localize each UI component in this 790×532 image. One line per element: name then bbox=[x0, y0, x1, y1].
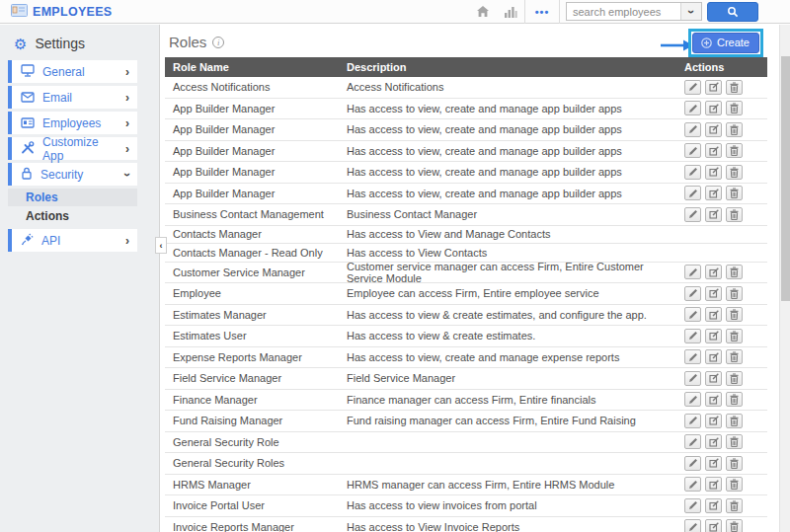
modify-role-button[interactable] bbox=[705, 456, 722, 471]
delete-role-button[interactable] bbox=[726, 186, 743, 200]
more-menu-icon[interactable]: ••• bbox=[525, 6, 559, 18]
modify-role-button[interactable] bbox=[705, 434, 722, 449]
role-name-cell: Field Service Manager bbox=[165, 372, 345, 384]
table-row: General Security Roles bbox=[165, 453, 767, 475]
modify-role-button[interactable] bbox=[705, 80, 722, 95]
edit-square-icon bbox=[709, 331, 719, 341]
edit-role-button[interactable] bbox=[684, 456, 701, 471]
edit-role-button[interactable] bbox=[684, 307, 701, 322]
trash-icon bbox=[730, 288, 739, 299]
modify-role-button[interactable] bbox=[705, 165, 722, 180]
sidebar-item-customize-app[interactable]: Customize App › bbox=[8, 137, 137, 160]
delete-role-button[interactable] bbox=[726, 329, 743, 343]
row-actions bbox=[684, 165, 767, 180]
edit-role-button[interactable] bbox=[684, 286, 701, 301]
home-icon[interactable] bbox=[469, 0, 497, 23]
sidebar-collapse-handle[interactable]: ‹ bbox=[155, 237, 167, 254]
edit-square-icon bbox=[709, 480, 719, 490]
modify-role-button[interactable] bbox=[705, 519, 722, 532]
edit-role-button[interactable] bbox=[684, 371, 701, 386]
modify-role-button[interactable] bbox=[705, 307, 722, 322]
modify-role-button[interactable] bbox=[705, 286, 722, 301]
search-scope-dropdown[interactable]: › bbox=[680, 3, 701, 20]
modify-role-button[interactable] bbox=[705, 122, 722, 137]
edit-role-button[interactable] bbox=[684, 101, 701, 115]
delete-role-button[interactable] bbox=[726, 101, 743, 115]
table-body: Access Notifications Access Notification… bbox=[165, 77, 767, 532]
modify-role-button[interactable] bbox=[705, 477, 722, 492]
role-name-cell: App Builder Manager bbox=[165, 145, 345, 157]
edit-role-button[interactable] bbox=[684, 265, 701, 279]
edit-role-button[interactable] bbox=[684, 122, 701, 137]
delete-role-button[interactable] bbox=[726, 265, 743, 279]
delete-role-button[interactable] bbox=[726, 498, 743, 513]
edit-square-icon bbox=[709, 146, 719, 156]
create-button[interactable]: Create bbox=[692, 33, 759, 53]
info-icon[interactable]: i bbox=[212, 37, 224, 48]
delete-role-button[interactable] bbox=[726, 307, 743, 322]
edit-square-icon bbox=[709, 352, 719, 362]
edit-role-button[interactable] bbox=[684, 392, 701, 407]
edit-role-button[interactable] bbox=[684, 519, 701, 532]
delete-role-button[interactable] bbox=[726, 349, 743, 364]
edit-role-button[interactable] bbox=[684, 349, 701, 364]
sidebar-item-employees[interactable]: Employees › bbox=[8, 112, 137, 134]
scrollbar-thumb[interactable] bbox=[781, 56, 790, 301]
search-button[interactable] bbox=[707, 2, 758, 22]
sidebar-item-email[interactable]: Email › bbox=[8, 86, 137, 109]
modify-role-button[interactable] bbox=[705, 414, 722, 428]
chevron-right-icon: › bbox=[125, 143, 129, 155]
edit-role-button[interactable] bbox=[684, 414, 701, 428]
description-cell: Has access to view, create and manage ap… bbox=[345, 166, 680, 178]
edit-role-button[interactable] bbox=[684, 207, 701, 222]
delete-role-button[interactable] bbox=[726, 434, 743, 449]
sidebar-subitem-roles[interactable]: Roles bbox=[8, 189, 137, 206]
delete-role-button[interactable] bbox=[726, 165, 743, 180]
edit-role-button[interactable] bbox=[684, 329, 701, 343]
pencil-icon bbox=[688, 437, 698, 447]
delete-role-button[interactable] bbox=[726, 519, 743, 532]
edit-role-button[interactable] bbox=[684, 186, 701, 200]
delete-role-button[interactable] bbox=[726, 392, 743, 407]
delete-role-button[interactable] bbox=[726, 371, 743, 386]
edit-role-button[interactable] bbox=[684, 434, 701, 449]
delete-role-button[interactable] bbox=[726, 477, 743, 492]
modify-role-button[interactable] bbox=[705, 265, 722, 279]
modify-role-button[interactable] bbox=[705, 207, 722, 222]
trash-icon bbox=[730, 436, 739, 447]
chart-icon[interactable] bbox=[497, 0, 524, 23]
modify-role-button[interactable] bbox=[705, 392, 722, 407]
delete-role-button[interactable] bbox=[726, 207, 743, 222]
sidebar-subitem-actions[interactable]: Actions bbox=[8, 207, 137, 225]
delete-role-button[interactable] bbox=[726, 414, 743, 428]
pencil-icon bbox=[688, 288, 698, 298]
edit-role-button[interactable] bbox=[684, 80, 701, 95]
sidebar-item-general[interactable]: General › bbox=[8, 60, 137, 83]
pencil-icon bbox=[688, 104, 698, 114]
modify-role-button[interactable] bbox=[705, 349, 722, 364]
delete-role-button[interactable] bbox=[726, 286, 743, 301]
modify-role-button[interactable] bbox=[705, 498, 722, 513]
modify-role-button[interactable] bbox=[705, 186, 722, 200]
modify-role-button[interactable] bbox=[705, 101, 722, 115]
delete-role-button[interactable] bbox=[726, 80, 743, 95]
modify-role-button[interactable] bbox=[705, 371, 722, 386]
sidebar-item-security[interactable]: Security › bbox=[8, 163, 137, 186]
delete-role-button[interactable] bbox=[726, 122, 743, 137]
edit-role-button[interactable] bbox=[684, 477, 701, 492]
sidebar-item-api[interactable]: API › bbox=[8, 229, 137, 252]
role-name-cell: Estimates User bbox=[165, 330, 345, 342]
table-row: Customer Service Manager Customer servic… bbox=[165, 263, 767, 284]
pencil-icon bbox=[688, 373, 698, 383]
modify-role-button[interactable] bbox=[705, 143, 722, 158]
edit-role-button[interactable] bbox=[684, 498, 701, 513]
delete-role-button[interactable] bbox=[726, 143, 743, 158]
edit-role-button[interactable] bbox=[684, 165, 701, 180]
edit-role-button[interactable] bbox=[684, 143, 701, 158]
role-name-cell: Finance Manager bbox=[165, 394, 345, 406]
delete-role-button[interactable] bbox=[726, 456, 743, 471]
scrollbar-track[interactable] bbox=[779, 25, 790, 532]
role-name-cell: App Builder Manager bbox=[165, 103, 345, 114]
search-input[interactable] bbox=[567, 6, 680, 18]
modify-role-button[interactable] bbox=[705, 329, 722, 343]
